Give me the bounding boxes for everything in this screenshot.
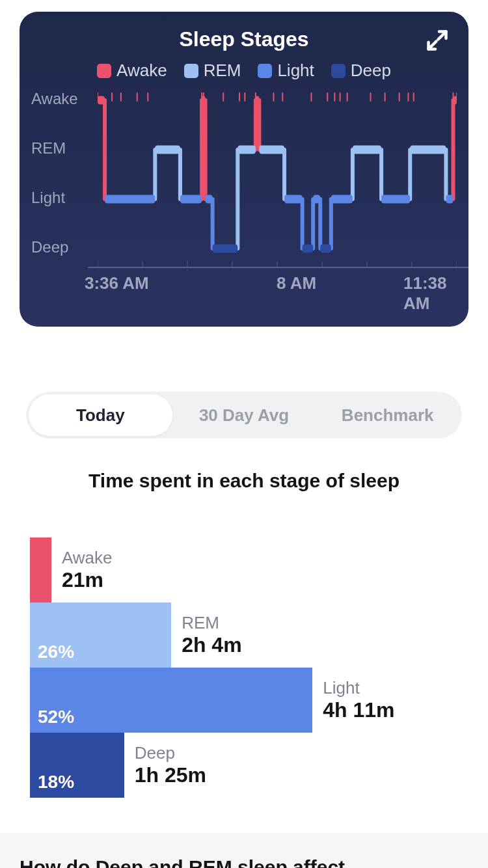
svg-rect-57: [370, 92, 372, 102]
svg-rect-47: [239, 92, 240, 102]
stage-row-deep: 18%Deep 1h 25m: [30, 733, 458, 798]
y-axis-label: REM: [31, 139, 66, 157]
svg-rect-54: [334, 92, 335, 102]
svg-rect-51: [282, 92, 283, 102]
stage-bar: 18%: [30, 733, 124, 798]
chart-legend: AwakeREMLightDeep: [20, 61, 468, 81]
tab-30-day-avg[interactable]: 30 Day Avg: [172, 394, 316, 436]
svg-rect-20: [105, 195, 155, 204]
svg-rect-30: [303, 245, 314, 253]
tab-benchmark[interactable]: Benchmark: [316, 394, 459, 436]
legend-label: Light: [277, 61, 314, 81]
svg-rect-42: [137, 92, 138, 102]
legend-item-deep: Deep: [331, 61, 391, 81]
svg-rect-59: [399, 92, 400, 102]
legend-swatch: [97, 64, 111, 78]
stage-name: Awake: [62, 549, 113, 567]
y-axis-label: Light: [31, 189, 65, 207]
stage-labels: Deep 1h 25m: [135, 744, 206, 787]
stage-bar: [30, 537, 51, 603]
svg-rect-35: [381, 195, 410, 204]
legend-label: Deep: [351, 61, 391, 81]
stage-percent: 26%: [38, 642, 74, 662]
legend-swatch: [184, 64, 198, 78]
sleep-stages-card: Sleep Stages AwakeREMLightDeep AwakeREML…: [20, 12, 468, 327]
stage-name: Light: [323, 679, 394, 698]
stage-bar: 52%: [30, 668, 312, 733]
stage-duration: 21m: [62, 567, 113, 591]
svg-rect-25: [213, 245, 238, 253]
svg-rect-56: [347, 92, 348, 102]
svg-rect-48: [244, 92, 245, 102]
legend-item-rem: REM: [184, 61, 241, 81]
svg-rect-28: [259, 146, 284, 154]
svg-rect-26: [237, 146, 256, 154]
svg-rect-58: [385, 92, 386, 102]
stage-name: REM: [182, 614, 241, 632]
stage-duration-bars: Awake 21m26%REM 2h 4m52%Light 4h 11m18%D…: [30, 537, 458, 798]
y-axis-label: Awake: [31, 90, 78, 108]
svg-rect-32: [320, 245, 331, 253]
svg-rect-61: [413, 92, 414, 102]
legend-swatch: [331, 64, 346, 78]
stage-percent: 18%: [38, 772, 74, 793]
svg-rect-33: [331, 195, 353, 204]
svg-rect-50: [273, 92, 274, 102]
svg-rect-52: [310, 92, 312, 102]
svg-rect-22: [180, 195, 202, 204]
stage-labels: Awake 21m: [62, 549, 113, 592]
svg-rect-24: [206, 195, 213, 204]
section-title: Time spent in each stage of sleep: [0, 470, 488, 492]
svg-rect-39: [98, 92, 98, 102]
stage-duration: 2h 4m: [182, 632, 241, 657]
svg-rect-46: [223, 92, 224, 102]
svg-rect-60: [407, 92, 409, 102]
tab-today[interactable]: Today: [29, 394, 172, 436]
card-title: Sleep Stages: [20, 27, 468, 51]
stats-tabs: Today30 Day AvgBenchmark: [26, 392, 462, 439]
x-axis-label: 3:36 AM: [85, 273, 149, 293]
svg-rect-21: [155, 146, 180, 154]
svg-rect-44: [201, 92, 202, 102]
svg-rect-19: [98, 96, 105, 105]
svg-rect-63: [456, 92, 457, 102]
info-section-title: How do Deep and REM sleep affect: [20, 856, 468, 868]
expand-icon[interactable]: [426, 29, 449, 52]
info-section: How do Deep and REM sleep affect: [0, 833, 488, 868]
svg-rect-31: [313, 195, 320, 204]
stage-row-awake: Awake 21m: [30, 537, 458, 603]
legend-label: Awake: [116, 61, 167, 81]
stage-labels: Light 4h 11m: [323, 679, 394, 722]
legend-item-awake: Awake: [97, 61, 167, 81]
svg-rect-53: [327, 92, 328, 102]
svg-rect-37: [446, 195, 453, 204]
svg-rect-40: [111, 92, 113, 102]
stage-row-light: 52%Light 4h 11m: [30, 668, 458, 733]
svg-rect-45: [203, 92, 204, 102]
stage-duration: 4h 11m: [323, 697, 394, 722]
x-axis-label: 11:38 AM: [403, 273, 468, 314]
svg-rect-34: [353, 146, 381, 154]
stage-row-rem: 26%REM 2h 4m: [30, 603, 458, 668]
x-axis-label: 8 AM: [277, 273, 316, 293]
svg-rect-43: [147, 92, 148, 102]
x-axis-labels: 3:36 AM8 AM11:38 AM: [20, 273, 468, 299]
legend-item-light: Light: [258, 61, 314, 81]
stage-percent: 52%: [38, 707, 74, 727]
y-axis-label: Deep: [31, 238, 68, 256]
legend-swatch: [258, 64, 272, 78]
svg-rect-62: [452, 92, 454, 102]
svg-rect-29: [284, 195, 303, 204]
svg-rect-49: [255, 92, 256, 102]
sleep-stage-chart[interactable]: AwakeREMLightDeep: [20, 92, 468, 268]
svg-rect-41: [120, 92, 122, 102]
stage-bar: 26%: [30, 603, 171, 668]
stage-labels: REM 2h 4m: [182, 614, 241, 657]
svg-rect-55: [340, 92, 341, 102]
stage-name: Deep: [135, 744, 206, 763]
svg-rect-36: [410, 146, 446, 154]
stage-duration: 1h 25m: [135, 762, 206, 787]
legend-label: REM: [204, 61, 241, 81]
